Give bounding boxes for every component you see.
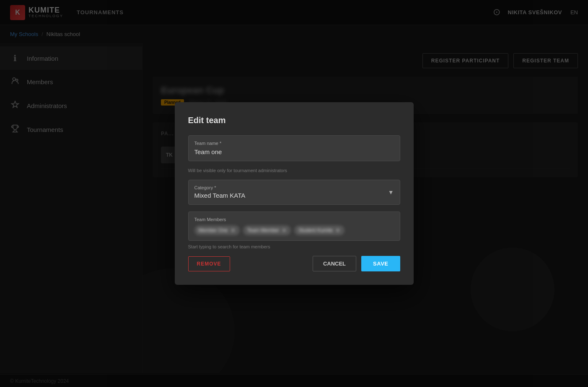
member-chip-3-remove[interactable]: ✕ bbox=[335, 227, 340, 234]
team-name-label: Team name * bbox=[194, 141, 394, 146]
modal-title: Edit team bbox=[188, 116, 400, 125]
modal-footer-right: CANCEL SAVE bbox=[313, 256, 400, 271]
remove-button[interactable]: REMOVE bbox=[188, 256, 230, 271]
member-chip-3-name: Student Kumite bbox=[298, 227, 333, 233]
member-chip-2-remove[interactable]: ✕ bbox=[282, 227, 287, 234]
category-inner: Category * Mixed Team KATA bbox=[194, 185, 388, 199]
team-name-hint: Will be visible only for tournament admi… bbox=[188, 168, 400, 173]
save-button[interactable]: SAVE bbox=[361, 256, 400, 271]
members-chips: Member One ✕ Team Member ✕ Student Kumit… bbox=[194, 225, 394, 235]
category-dropdown-icon: ▼ bbox=[388, 189, 394, 196]
member-chip-3[interactable]: Student Kumite ✕ bbox=[294, 225, 345, 235]
modal-footer: REMOVE CANCEL SAVE bbox=[188, 256, 400, 271]
category-label: Category * bbox=[194, 185, 388, 190]
modal-overlay[interactable]: Edit team Team name * Will be visible on… bbox=[0, 0, 588, 387]
category-field[interactable]: Category * Mixed Team KATA ▼ bbox=[188, 180, 400, 205]
team-name-field[interactable]: Team name * bbox=[188, 135, 400, 161]
edit-team-modal: Edit team Team name * Will be visible on… bbox=[175, 102, 414, 285]
members-label: Team Members bbox=[194, 217, 394, 222]
member-chip-2-name: Team Member bbox=[247, 227, 280, 233]
member-chip-1[interactable]: Member One ✕ bbox=[194, 225, 240, 235]
member-chip-1-remove[interactable]: ✕ bbox=[231, 227, 236, 234]
team-name-input[interactable] bbox=[194, 148, 394, 155]
category-value: Mixed Team KATA bbox=[194, 192, 246, 199]
members-hint: Start typing to search for team members bbox=[188, 244, 400, 249]
member-chip-2[interactable]: Team Member ✕ bbox=[243, 225, 291, 235]
team-members-field[interactable]: Team Members Member One ✕ Team Member ✕ … bbox=[188, 212, 400, 241]
cancel-button[interactable]: CANCEL bbox=[313, 256, 356, 271]
member-chip-1-name: Member One bbox=[199, 227, 228, 233]
